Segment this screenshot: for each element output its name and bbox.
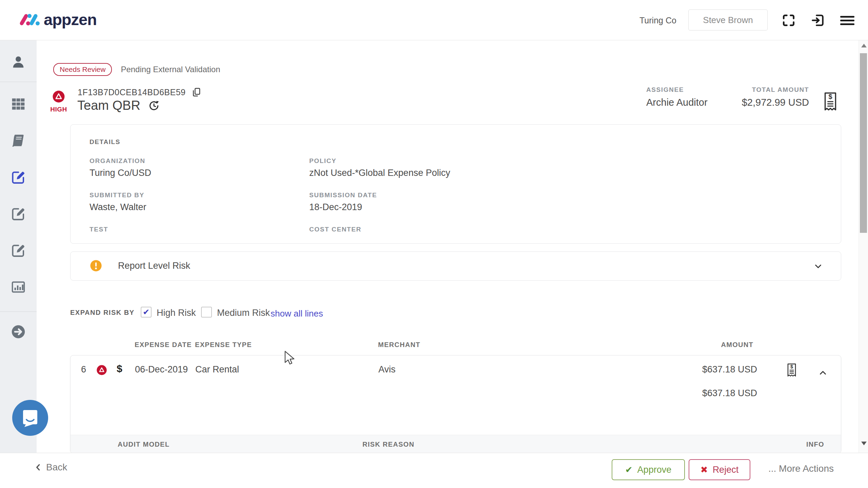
- x-icon: ✖: [701, 465, 708, 475]
- report-receipt-icon[interactable]: $: [821, 91, 840, 113]
- scroll-down-arrow[interactable]: [861, 442, 867, 445]
- svg-text:$: $: [790, 364, 793, 369]
- menu-icon[interactable]: [840, 16, 854, 25]
- status-badge: Needs Review: [53, 63, 112, 76]
- high-risk-checkbox[interactable]: [141, 307, 152, 318]
- top-header: appzen Turing Co Steve Brown: [0, 0, 868, 40]
- check-icon: ✔: [625, 465, 633, 475]
- details-heading: DETAILS: [90, 138, 120, 146]
- report-level-risk-label: Report Level Risk: [118, 261, 190, 271]
- chevron-left-icon: [34, 463, 43, 472]
- more-actions-button[interactable]: ... More Actions: [768, 463, 834, 474]
- field-organization: ORGANIZATION Turing Co/USD: [90, 157, 309, 179]
- amount: $637.18 USD: [681, 364, 757, 375]
- col-expense-date: EXPENSE DATE: [135, 341, 192, 349]
- fullscreen-icon[interactable]: [781, 13, 796, 28]
- medium-risk-checkbox[interactable]: [201, 307, 212, 318]
- edit-icon-3[interactable]: [11, 243, 26, 258]
- expense-date: 06-Dec-2019: [135, 364, 188, 375]
- expense-type: Car Rental: [195, 364, 239, 375]
- logout-icon[interactable]: [810, 13, 825, 28]
- appzen-logo: appzen: [19, 10, 97, 29]
- total-amount-value: $2,972.99 USD: [690, 97, 809, 108]
- report-id-row: 1F13B7D0CEB14BD6BE59: [78, 87, 201, 98]
- field-submission-date: SUBMISSION DATE 18-Dec-2019: [309, 191, 450, 214]
- chevron-up-icon[interactable]: [818, 368, 828, 378]
- svg-text:$: $: [828, 93, 832, 100]
- high-risk-label[interactable]: High Risk: [157, 308, 196, 318]
- back-button[interactable]: Back: [34, 462, 67, 473]
- col-expense-type: EXPENSE TYPE: [195, 341, 252, 349]
- field-cost-center: COST CENTER: [309, 226, 450, 248]
- edit-audit-icon-active[interactable]: [11, 170, 26, 185]
- line-receipt-icon[interactable]: $: [785, 362, 798, 379]
- merchant: Avis: [378, 364, 396, 375]
- sub-amount: $637.18 USD: [681, 388, 757, 399]
- scroll-up-arrow[interactable]: [861, 44, 867, 47]
- expense-row[interactable]: 6 $ 06-Dec-2019 Car Rental Avis $637.18 …: [70, 355, 841, 453]
- edit-icon-2[interactable]: [11, 206, 26, 221]
- back-label: Back: [46, 462, 67, 473]
- chat-widget-icon[interactable]: [12, 400, 48, 436]
- vertical-scrollbar[interactable]: [859, 40, 868, 453]
- report-title-row: Team QBR: [77, 98, 160, 113]
- details-fields: ORGANIZATION Turing Co/USD POLICY zNot U…: [90, 157, 450, 248]
- reject-label: Reject: [713, 465, 739, 475]
- field-policy: POLICY zNot Used-*Global Expense Policy: [309, 157, 450, 179]
- history-icon[interactable]: [148, 100, 160, 112]
- warning-icon: [90, 259, 102, 272]
- left-sidebar: [0, 40, 37, 453]
- report-level-risk-card[interactable]: Report Level Risk: [70, 251, 841, 281]
- expand-risk-by-label: EXPAND RISK BY: [70, 309, 135, 317]
- company-name: Turing Co: [639, 16, 676, 25]
- approve-label: Approve: [637, 465, 672, 475]
- action-footer: Back ✔ Approve ✖ Reject ... More Actions: [0, 453, 868, 488]
- line-detail-header: AUDIT MODEL RISK REASON INFO: [71, 435, 841, 453]
- user-icon[interactable]: [11, 55, 26, 69]
- line-high-risk-icon: [96, 365, 107, 375]
- total-amount-label: TOTAL AMOUNT: [690, 86, 809, 94]
- appzen-logo-icon: [19, 12, 40, 28]
- col-risk-reason: RISK REASON: [362, 441, 414, 448]
- report-id: 1F13B7D0CEB14BD6BE59: [78, 87, 186, 97]
- col-info: INFO: [806, 441, 824, 448]
- reject-button[interactable]: ✖ Reject: [689, 459, 750, 480]
- scrollbar-thumb[interactable]: [860, 53, 867, 233]
- col-audit-model: AUDIT MODEL: [118, 441, 170, 448]
- risk-level-label: HIGH: [47, 106, 70, 113]
- line-number: 6: [81, 364, 86, 375]
- field-submitted-by: SUBMITTED BY Waste, Walter: [90, 191, 309, 214]
- total-amount-block: TOTAL AMOUNT $2,972.99 USD: [690, 86, 809, 108]
- appzen-audit-app: appzen Turing Co Steve Brown: [0, 0, 868, 488]
- col-merchant: MERCHANT: [378, 341, 420, 349]
- report-title: Team QBR: [77, 98, 140, 113]
- brand-name: appzen: [44, 10, 97, 29]
- chevron-down-icon[interactable]: [813, 261, 823, 271]
- arrow-circle-right-icon[interactable]: [11, 324, 26, 339]
- currency-icon: $: [117, 363, 122, 374]
- col-amount: AMOUNT: [712, 341, 753, 349]
- show-all-lines-link[interactable]: show all lines: [271, 308, 323, 319]
- approve-button[interactable]: ✔ Approve: [612, 459, 685, 480]
- status-text: Pending External Validation: [121, 65, 220, 74]
- sidebar-divider: [0, 82, 37, 82]
- copy-icon[interactable]: [191, 87, 201, 98]
- book-icon[interactable]: [11, 133, 26, 148]
- report-risk-badge: HIGH: [47, 90, 70, 113]
- field-test: TEST: [90, 226, 309, 248]
- high-risk-icon: [52, 90, 65, 103]
- report-status-row: Needs Review Pending External Validation: [53, 63, 220, 76]
- user-menu-button[interactable]: Steve Brown: [688, 9, 768, 30]
- details-card: DETAILS ORGANIZATION Turing Co/USD POLIC…: [70, 124, 841, 244]
- medium-risk-label[interactable]: Medium Risk: [217, 308, 270, 318]
- bar-chart-icon[interactable]: [11, 280, 26, 294]
- sidebar-divider: [0, 311, 37, 312]
- table-icon[interactable]: [11, 97, 26, 111]
